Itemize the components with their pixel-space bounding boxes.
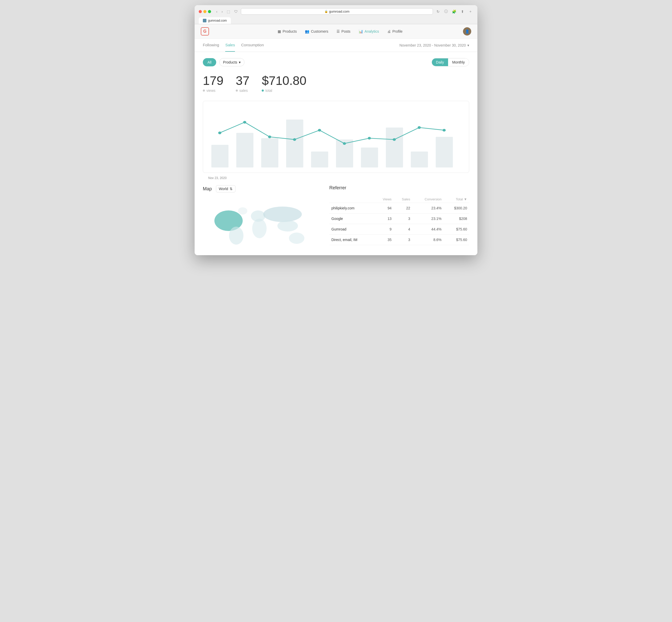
referrer-total: $208 [444, 213, 469, 224]
referrer-sales: 3 [394, 235, 412, 245]
chart-date-label: Nov 23, 2020 [208, 176, 226, 180]
map-header: Map World ⇅ [203, 185, 321, 193]
app-content: G ▦ Products 👥 Customers ☰ Posts 📊 Analy… [195, 24, 477, 255]
chevron-down-icon: ▾ [239, 60, 240, 64]
svg-point-24 [263, 207, 302, 222]
bottom-section: Map World ⇅ [203, 185, 469, 249]
referrer-views: 13 [374, 213, 394, 224]
referrer-total: $75.60 [444, 224, 469, 235]
app-nav: G ▦ Products 👥 Customers ☰ Posts 📊 Analy… [195, 24, 477, 39]
svg-point-19 [443, 129, 446, 132]
table-row: Gumroad 9 4 44.4% $75.60 [329, 224, 469, 235]
table-row: philipkiely.com 94 22 23.4% $300.20 [329, 203, 469, 213]
date-range-text: November 23, 2020 - November 30, 2020 [400, 43, 466, 47]
svg-rect-0 [211, 145, 229, 168]
shield-icon[interactable]: 🛡 [233, 9, 239, 14]
active-tab[interactable]: gumroad.com [199, 17, 231, 24]
products-dropdown[interactable]: Products ▾ [219, 58, 245, 66]
customers-icon: 👥 [305, 29, 309, 33]
traffic-lights [199, 10, 211, 13]
referrer-views: 9 [374, 224, 394, 235]
chart-container[interactable]: Nov 23, 2020 [203, 101, 469, 173]
svg-point-10 [218, 132, 221, 134]
url-text: gumroad.com [329, 9, 349, 13]
nav-item-products[interactable]: ▦ Products [274, 27, 300, 35]
tab-favicon [203, 19, 207, 22]
referrer-total: $300.20 [444, 203, 469, 213]
col-views[interactable]: Views [374, 196, 394, 203]
svg-rect-8 [411, 151, 428, 168]
minimize-button[interactable] [203, 10, 207, 13]
reload-button[interactable]: ↻ [435, 9, 441, 14]
nav-item-posts[interactable]: ☰ Posts [333, 27, 354, 35]
total-dot [262, 90, 264, 92]
col-sales[interactable]: Sales [394, 196, 412, 203]
nav-item-customers[interactable]: 👥 Customers [301, 27, 332, 35]
views-label: views [203, 89, 223, 93]
user-avatar[interactable]: 👤 [463, 27, 471, 35]
sub-nav-sales[interactable]: Sales [225, 39, 235, 52]
referrer-section: Referrer Views Sales Conversion Total ▼ [329, 185, 469, 249]
world-map-svg [203, 198, 321, 249]
monthly-button[interactable]: Monthly [448, 58, 469, 66]
table-row: Google 13 3 23.1% $208 [329, 213, 469, 224]
svg-point-18 [418, 126, 421, 129]
views-dot [203, 90, 205, 92]
referrer-conversion: 23.1% [412, 213, 444, 224]
svg-point-26 [289, 233, 304, 244]
close-button[interactable] [199, 10, 202, 13]
referrer-source: philipkiely.com [329, 203, 374, 213]
svg-point-16 [368, 137, 371, 139]
sub-nav-following[interactable]: Following [203, 39, 219, 52]
svg-point-13 [293, 138, 296, 141]
referrer-source: Gumroad [329, 224, 374, 235]
col-conversion[interactable]: Conversion [412, 196, 444, 203]
svg-point-11 [243, 121, 246, 124]
col-total[interactable]: Total ▼ [444, 196, 469, 203]
info-icon[interactable]: ⓘ [443, 9, 449, 14]
chevron-down-icon: ⇅ [230, 187, 233, 191]
map-container [203, 198, 321, 249]
chart-svg [208, 106, 464, 168]
back-button[interactable]: ‹ [215, 9, 219, 14]
sub-nav-consumption[interactable]: Consumption [241, 39, 264, 52]
svg-point-12 [268, 136, 271, 138]
daily-button[interactable]: Daily [432, 58, 448, 66]
referrer-sales: 22 [394, 203, 412, 213]
map-title: Map [203, 186, 212, 192]
all-filter-button[interactable]: All [203, 58, 216, 66]
referrer-conversion: 23.4% [412, 203, 444, 213]
filter-left: All Products ▾ [203, 58, 245, 66]
svg-rect-3 [286, 119, 303, 168]
date-range-picker[interactable]: November 23, 2020 - November 30, 2020 ▾ [400, 43, 469, 47]
svg-rect-6 [361, 147, 378, 168]
referrer-sales: 4 [394, 224, 412, 235]
new-tab-button[interactable]: ＋ [468, 9, 473, 14]
svg-point-21 [229, 227, 244, 245]
views-value: 179 [203, 75, 223, 87]
products-icon: ▦ [277, 29, 281, 33]
svg-point-23 [252, 219, 267, 238]
nav-item-profile[interactable]: 🖨 Profile [383, 27, 406, 35]
maximize-button[interactable] [208, 10, 211, 13]
app-logo[interactable]: G [201, 27, 209, 35]
share-button[interactable]: ⬆ [459, 9, 465, 14]
map-dropdown[interactable]: World ⇅ [216, 185, 235, 193]
forward-button[interactable]: › [221, 9, 224, 14]
nav-item-analytics[interactable]: 📊 Analytics [355, 27, 382, 35]
svg-point-17 [393, 138, 396, 141]
referrer-total: $75.60 [444, 235, 469, 245]
browser-tabs: gumroad.com [199, 17, 473, 24]
extensions-icon[interactable]: 🧩 [451, 9, 457, 14]
browser-chrome: ‹ › ⬚ 🛡 🔒 gumroad.com ↻ ⓘ 🧩 ⬆ ＋ gumroad.… [195, 5, 477, 24]
nav-links: ▦ Products 👥 Customers ☰ Posts 📊 Analyti… [217, 27, 463, 35]
svg-point-15 [343, 142, 346, 145]
col-source [329, 196, 374, 203]
main-content: All Products ▾ Daily Monthly 179 [195, 52, 477, 255]
svg-point-25 [277, 220, 298, 232]
chevron-down-icon: ▾ [468, 43, 469, 47]
referrer-views: 94 [374, 203, 394, 213]
sidebar-toggle-button[interactable]: ⬚ [226, 9, 231, 14]
table-row: Direct, email, IM 35 3 8.6% $75.60 [329, 235, 469, 245]
address-bar[interactable]: 🔒 gumroad.com [241, 8, 433, 15]
